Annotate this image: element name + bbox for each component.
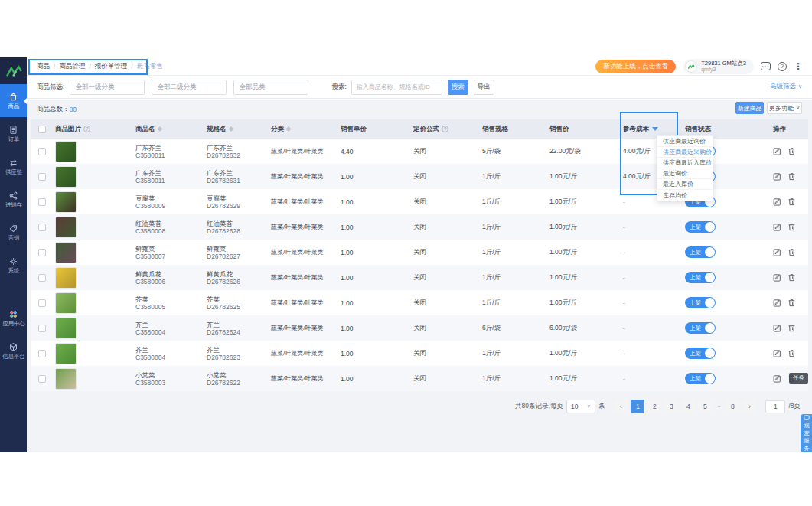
status-toggle[interactable]: 上架: [685, 221, 716, 233]
advanced-filter-link[interactable]: 高级筛选∨: [770, 82, 802, 91]
dropdown-item[interactable]: 供应商最近采购价: [657, 147, 713, 158]
edit-icon[interactable]: [773, 273, 781, 282]
account-menu[interactable]: T29831 GM站点3 qmfy3: [683, 59, 754, 74]
edit-icon[interactable]: [773, 299, 781, 307]
row-checkbox[interactable]: [38, 249, 46, 256]
row-checkbox[interactable]: [38, 375, 46, 383]
product-image[interactable]: [55, 343, 77, 364]
row-checkbox[interactable]: [38, 224, 46, 231]
export-button[interactable]: 导出: [474, 80, 494, 95]
trash-icon[interactable]: [788, 324, 796, 332]
row-checkbox[interactable]: [38, 350, 46, 357]
page-button[interactable]: 8: [726, 400, 739, 413]
task-tag[interactable]: 任务: [789, 373, 808, 384]
row-checkbox[interactable]: [38, 148, 46, 155]
category-level2-select[interactable]: 全部二级分类: [152, 80, 227, 95]
feedback-icon[interactable]: ···: [761, 62, 771, 70]
breadcrumb-item[interactable]: 报价单管理: [95, 62, 128, 71]
edit-icon[interactable]: [773, 349, 781, 357]
sort-arrows-icon[interactable]: [286, 126, 291, 132]
product-image[interactable]: [55, 166, 77, 188]
more-functions-button[interactable]: 更多功能∨: [767, 102, 802, 114]
status-toggle[interactable]: 上架: [685, 322, 716, 334]
product-image[interactable]: [55, 292, 77, 314]
service-tab[interactable]: 观麦服务: [801, 414, 812, 452]
trash-icon[interactable]: [788, 273, 796, 282]
sidebar-item-orders[interactable]: 订单: [0, 117, 27, 150]
category-level1-select[interactable]: 全部一级分类: [70, 80, 145, 95]
breadcrumb-item[interactable]: 商品管理: [59, 62, 85, 71]
sort-arrows-icon[interactable]: [229, 126, 233, 132]
help-icon[interactable]: ?: [778, 62, 787, 71]
search-button[interactable]: 搜索: [448, 80, 468, 95]
trash-icon[interactable]: [788, 198, 796, 206]
question-circle-icon[interactable]: ?: [442, 126, 448, 132]
edit-icon[interactable]: [773, 374, 781, 383]
trash-icon[interactable]: [788, 223, 796, 231]
sidebar-item-goods[interactable]: 商品: [0, 84, 27, 117]
table-row: 鲜蕹菜C3580007鲜蕹菜D26782627蔬菜/叶菜类/叶菜类1.00关闭1…: [31, 240, 808, 265]
search-input[interactable]: [351, 80, 442, 95]
product-image[interactable]: [55, 368, 77, 390]
kebab-menu-icon[interactable]: ⋮: [794, 61, 803, 72]
status-toggle[interactable]: 上架: [685, 297, 716, 308]
trash-icon[interactable]: [788, 248, 796, 256]
product-code: C3580004: [135, 354, 165, 361]
page-button[interactable]: 4: [681, 400, 695, 413]
product-image[interactable]: [55, 191, 77, 213]
status-toggle[interactable]: 上架: [685, 348, 716, 359]
category-select[interactable]: 全部品类: [233, 80, 308, 95]
app-logo[interactable]: [0, 57, 27, 84]
dropdown-item[interactable]: 供应商最近入库价: [657, 158, 713, 168]
breadcrumb-item[interactable]: 商品: [37, 62, 50, 71]
row-checkbox[interactable]: [38, 173, 46, 181]
trash-icon[interactable]: [788, 172, 796, 181]
edit-icon[interactable]: [773, 223, 781, 231]
status-toggle[interactable]: 上架: [685, 373, 716, 384]
edit-icon[interactable]: [773, 198, 781, 206]
page-jump-input[interactable]: [765, 400, 785, 413]
product-image[interactable]: [55, 217, 77, 238]
edit-icon[interactable]: [773, 147, 781, 155]
dropdown-item[interactable]: 库存均价: [657, 190, 713, 201]
select-all-checkbox[interactable]: [38, 126, 46, 133]
page-button[interactable]: 1: [631, 400, 644, 413]
next-page-button[interactable]: ›: [742, 400, 756, 413]
sidebar-item-info-platform[interactable]: 信息平台: [0, 335, 27, 367]
dropdown-item[interactable]: 最近询价: [657, 168, 713, 179]
status-toggle[interactable]: 上架: [685, 272, 716, 283]
edit-icon[interactable]: [773, 172, 781, 181]
page-size-select[interactable]: 10∨: [566, 400, 595, 413]
product-image[interactable]: [55, 267, 77, 289]
dropdown-item[interactable]: 最近入库价: [657, 179, 713, 190]
product-image[interactable]: [55, 318, 77, 339]
sort-arrows-icon[interactable]: [158, 126, 162, 132]
edit-icon[interactable]: [773, 324, 781, 332]
sidebar-item-system[interactable]: 系统: [0, 249, 27, 282]
trash-icon[interactable]: [788, 349, 796, 357]
row-checkbox[interactable]: [38, 299, 46, 307]
triangle-down-icon[interactable]: [652, 127, 658, 131]
trash-icon[interactable]: [788, 147, 796, 155]
create-product-button[interactable]: 新建商品: [735, 102, 764, 114]
row-checkbox[interactable]: [38, 325, 46, 332]
sidebar-item-marketing[interactable]: 营销: [0, 216, 27, 249]
product-image[interactable]: [55, 242, 77, 263]
dropdown-item[interactable]: 供应商最近询价: [657, 136, 713, 147]
product-image[interactable]: [55, 141, 77, 162]
prev-page-button[interactable]: ‹: [614, 400, 628, 413]
status-toggle[interactable]: 上架: [685, 246, 716, 258]
question-circle-icon[interactable]: ?: [83, 126, 90, 132]
edit-icon[interactable]: [773, 248, 781, 256]
sidebar-item-app-center[interactable]: 应用中心: [0, 302, 27, 335]
new-feature-badge[interactable]: 新功能上线，点击查看: [595, 60, 676, 73]
breadcrumb-item[interactable]: 斑马零售: [137, 62, 163, 71]
row-checkbox[interactable]: [38, 274, 46, 282]
page-button[interactable]: 5: [698, 400, 712, 413]
sidebar-item-inventory[interactable]: 进销存: [0, 183, 27, 216]
page-button[interactable]: 3: [664, 400, 678, 413]
page-button[interactable]: 2: [647, 400, 661, 413]
row-checkbox[interactable]: [38, 198, 46, 206]
sidebar-item-supply-chain[interactable]: 供应链: [0, 150, 27, 183]
trash-icon[interactable]: [788, 299, 796, 307]
